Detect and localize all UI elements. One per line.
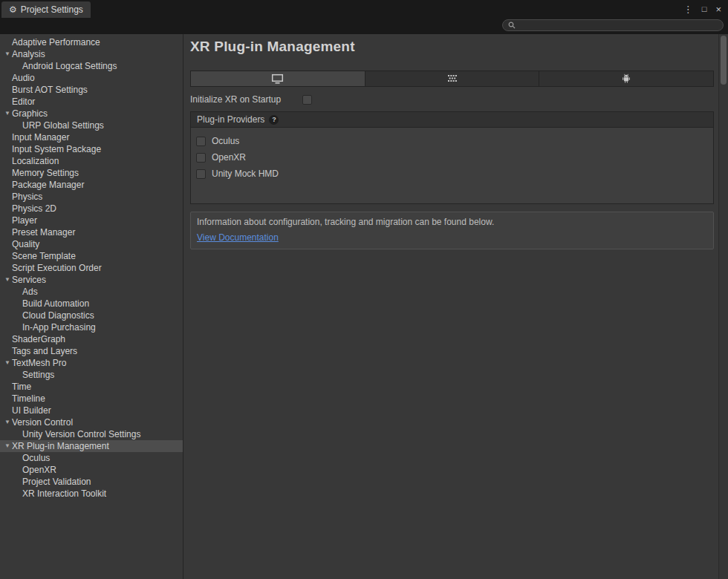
sidebar-item-label: Adaptive Performance [12, 37, 100, 48]
sidebar-item-oculus[interactable]: Oculus [0, 452, 183, 464]
sidebar-item-services[interactable]: ▼Services [0, 274, 183, 286]
sidebar-item-label: Input System Package [12, 144, 101, 154]
provider-checkbox-openxr[interactable] [196, 153, 206, 163]
foldout-arrow-icon[interactable]: ▼ [3, 108, 12, 120]
sidebar-item-openxr[interactable]: OpenXR [0, 464, 183, 476]
sidebar-item-label: XR Interaction Toolkit [22, 488, 106, 499]
help-icon[interactable]: ? [269, 115, 279, 125]
provider-label: Unity Mock HMD [212, 169, 279, 179]
sidebar-item-player[interactable]: Player [0, 215, 183, 226]
sidebar-item-timeline[interactable]: Timeline [0, 393, 183, 405]
foldout-arrow-icon[interactable]: ▼ [3, 440, 12, 452]
sidebar-item-analysis[interactable]: ▼Analysis [0, 48, 183, 60]
sidebar-item-label: Physics [12, 192, 42, 202]
sidebar-item-graphics[interactable]: ▼Graphics [0, 108, 183, 120]
window-title: Project Settings [21, 4, 83, 15]
platform-tab-android[interactable] [539, 71, 713, 86]
sidebar-item-label: Time [12, 382, 31, 392]
search-field[interactable] [502, 19, 724, 31]
sidebar-item-adaptive-performance[interactable]: Adaptive Performance [0, 36, 183, 48]
provider-checkbox-oculus[interactable] [196, 137, 206, 146]
indent-spacer [3, 434, 13, 435]
windows-grid-icon [447, 74, 458, 83]
sidebar-item-label: Package Manager [12, 180, 84, 190]
indent-spacer [3, 66, 13, 67]
sidebar-item-localization[interactable]: Localization [0, 155, 183, 167]
provider-row-oculus: Oculus [196, 133, 708, 149]
sidebar-item-label: Localization [12, 156, 59, 166]
sidebar-item-label: Ads [22, 287, 38, 297]
sidebar-item-label: Unity Version Control Settings [22, 429, 140, 439]
foldout-arrow-icon[interactable]: ▼ [3, 48, 12, 60]
sidebar-item-label: Memory Settings [12, 168, 79, 178]
sidebar-item-audio[interactable]: Audio [0, 72, 183, 84]
sidebar-item-input-manager[interactable]: Input Manager [0, 131, 183, 143]
initialize-xr-row: Initialize XR on Startup [190, 94, 714, 105]
foldout-arrow-icon[interactable]: ▼ [3, 357, 12, 369]
sidebar-item-physics[interactable]: Physics [0, 191, 183, 203]
kebab-menu-icon[interactable]: ⋮ [683, 4, 693, 14]
sidebar-item-physics-2d[interactable]: Physics 2D [0, 203, 183, 215]
sidebar-item-project-validation[interactable]: Project Validation [0, 476, 183, 488]
sidebar-item-xr-interaction-toolkit[interactable]: XR Interaction Toolkit [0, 488, 183, 500]
scrollbar-thumb[interactable] [721, 36, 727, 85]
sidebar-item-settings[interactable]: Settings [0, 369, 183, 381]
sidebar-item-build-automation[interactable]: Build Automation [0, 298, 183, 310]
sidebar-item-in-app-purchasing[interactable]: In-App Purchasing [0, 321, 183, 333]
sidebar-item-version-control[interactable]: ▼Version Control [0, 416, 183, 428]
foldout-arrow-icon[interactable]: ▼ [3, 274, 12, 286]
sidebar-item-label: ShaderGraph [12, 334, 65, 344]
sidebar-item-editor[interactable]: Editor [0, 96, 183, 108]
provider-checkbox-unity-mock-hmd[interactable] [196, 169, 206, 179]
sidebar-item-ui-builder[interactable]: UI Builder [0, 405, 183, 416]
sidebar-item-label: Tags and Layers [12, 346, 77, 356]
sidebar-item-package-manager[interactable]: Package Manager [0, 179, 183, 191]
sidebar-item-ads[interactable]: Ads [0, 286, 183, 298]
indent-spacer [3, 292, 13, 292]
platform-tab-windows-grid[interactable] [365, 71, 540, 86]
provider-row-unity-mock-hmd: Unity Mock HMD [196, 166, 708, 182]
sidebar-item-script-execution-order[interactable]: Script Execution Order [0, 262, 183, 274]
sidebar-item-scene-template[interactable]: Scene Template [0, 250, 183, 262]
sidebar-item-android-logcat-settings[interactable]: Android Logcat Settings [0, 60, 183, 72]
toolbar [0, 18, 728, 34]
sidebar-item-label: TextMesh Pro [12, 358, 66, 368]
plugin-providers-box: Plug-in Providers ? OculusOpenXRUnity Mo… [190, 111, 714, 204]
search-input[interactable] [519, 21, 718, 30]
initialize-xr-checkbox[interactable] [302, 95, 312, 105]
body-split: Adaptive Performance▼AnalysisAndroid Log… [0, 34, 728, 579]
sidebar-item-cloud-diagnostics[interactable]: Cloud Diagnostics [0, 310, 183, 321]
sidebar-item-memory-settings[interactable]: Memory Settings [0, 167, 183, 179]
close-icon[interactable]: × [715, 4, 721, 14]
window-title-tab[interactable]: ⚙ Project Settings [1, 1, 91, 18]
sidebar-item-burst-aot-settings[interactable]: Burst AOT Settings [0, 84, 183, 96]
sidebar-item-input-system-package[interactable]: Input System Package [0, 143, 183, 155]
sidebar-item-label: Oculus [22, 453, 50, 463]
sidebar-item-label: XR Plug-in Management [12, 441, 109, 451]
vertical-scrollbar[interactable] [718, 34, 728, 579]
sidebar-item-shadergraph[interactable]: ShaderGraph [0, 333, 183, 345]
indent-spacer [3, 470, 13, 471]
main-panel: XR Plug-in Management Initialize XR on S… [183, 34, 718, 579]
sidebar-item-urp-global-settings[interactable]: URP Global Settings [0, 120, 183, 131]
view-documentation-link[interactable]: View Documentation [197, 232, 279, 243]
sidebar-item-textmesh-pro[interactable]: ▼TextMesh Pro [0, 357, 183, 369]
foldout-arrow-icon[interactable]: ▼ [3, 416, 12, 428]
sidebar-item-quality[interactable]: Quality [0, 238, 183, 250]
sidebar-item-label: Services [12, 275, 46, 285]
info-text: Information about configuration, trackin… [197, 217, 707, 227]
desktop-icon [271, 73, 284, 85]
sidebar-item-tags-and-layers[interactable]: Tags and Layers [0, 345, 183, 357]
sidebar-item-label: Preset Manager [12, 227, 75, 238]
sidebar-item-label: URP Global Settings [22, 120, 104, 131]
sidebar-item-label: Project Validation [22, 477, 91, 487]
indent-spacer [3, 482, 13, 482]
platform-tab-desktop[interactable] [191, 71, 365, 86]
sidebar-item-unity-version-control-settings[interactable]: Unity Version Control Settings [0, 428, 183, 440]
maximize-icon[interactable]: □ [702, 5, 707, 13]
sidebar-item-preset-manager[interactable]: Preset Manager [0, 226, 183, 238]
sidebar-item-xr-plug-in-management[interactable]: ▼XR Plug-in Management [0, 440, 183, 452]
sidebar-item-time[interactable]: Time [0, 381, 183, 393]
sidebar-item-label: Script Execution Order [12, 263, 102, 273]
provider-label: Oculus [212, 136, 239, 146]
